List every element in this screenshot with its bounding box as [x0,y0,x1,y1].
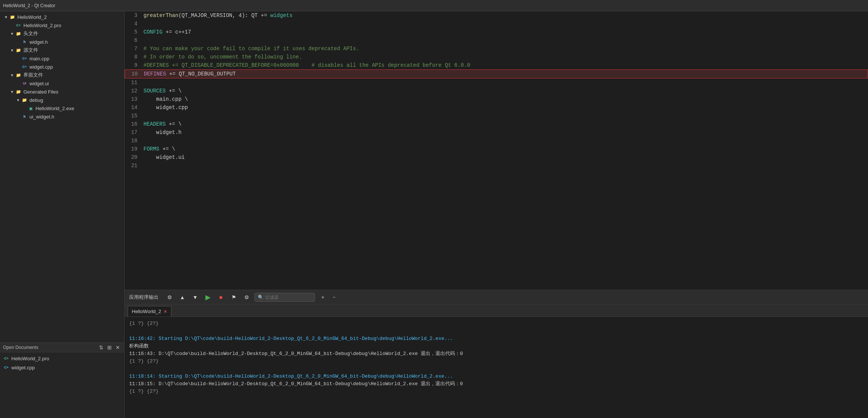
output-line-2: {1 ?} {2?} [129,358,863,365]
open-doc-widget-cpp[interactable]: C+ widget.cpp [0,363,124,372]
open-docs-up-icon[interactable]: ⇅ [98,344,105,350]
line-num-15: 15 [125,112,143,120]
tree-item-debug-folder[interactable]: 📁 debug [0,96,124,104]
output-toolbar: 应用程序输出 ⚙ ▲ ▼ ▶ ■ ⚑ ⚙ 🔍 ＋ － [125,290,868,304]
folder-icon-generated: 📁 [15,88,22,95]
cpp-icon-widget: C+ [21,63,28,70]
toolbar-plus-minus: ＋ － [318,292,339,302]
line-content-12: SOURCES += \ [143,87,868,95]
widget-h-label: widget.h [29,39,48,45]
tree-item-widget-h[interactable]: h widget.h [0,38,124,46]
tree-item-project-root[interactable]: 📁 HelloWorld_2 [0,13,124,21]
tree-item-ui-widget-h[interactable]: h ui_widget.h [0,112,124,121]
h-icon-ui-widget: h [21,113,28,120]
h-file-icon: h [21,38,28,45]
output-line-start-1: 11:16:42: Starting D:\QT\code\build-Hell… [129,335,863,343]
title-bar-text: HelloWorld_2 - Qt Creator [3,3,56,8]
tree-item-sources-folder[interactable]: 📁 源文件 [0,46,124,54]
toolbar-btn-add[interactable]: ＋ [318,292,328,302]
line-content-14: widget.cpp [143,103,868,112]
project-root-label: HelloWorld_2 [17,14,47,20]
output-tab-close-icon[interactable]: ✕ [163,309,167,314]
line-content-19: FORMS += \ [143,145,868,153]
tree-item-headers-folder[interactable]: 📁 头文件 [0,29,124,38]
open-docs-header-left: Open Documents [3,345,38,350]
line-content-15 [143,112,868,120]
line-content-17: widget.h [143,128,868,137]
code-line-11: 11 [125,78,868,87]
output-line-3: {1 ?} {2?} [129,388,863,395]
line-num-10: 10 [125,70,144,78]
code-line-6: 6 [125,36,868,45]
code-line-15: 15 [125,112,868,120]
toolbar-btn-debug[interactable]: ⚑ [229,292,239,302]
code-line-19: 19 FORMS += \ [125,145,868,153]
line-content-4 [143,20,868,28]
code-line-18: 18 [125,137,868,145]
code-line-5: 5 CONFIG += c++17 [125,28,868,36]
folder-icon-headers: 📁 [15,30,22,37]
output-line-start-2: 11:18:14: Starting D:\QT\code\build-Hell… [129,373,863,380]
line-content-13: main.cpp \ [143,95,868,103]
line-content-8: # In order to do so, uncomment the follo… [143,53,868,61]
tree-item-exe[interactable]: ▣ HelloWorld_2.exe [0,104,124,112]
project-tree: 📁 HelloWorld_2 C+ HelloWorld_2.pro 📁 头文件 [0,11,124,343]
code-line-4: 4 [125,20,868,28]
output-search-input[interactable] [265,295,310,300]
line-num-13: 13 [125,95,143,103]
toolbar-btn-run[interactable]: ▶ [203,292,213,302]
code-line-20: 20 widget.ui [125,153,868,161]
tree-item-pro-file[interactable]: C+ HelloWorld_2.pro [0,21,124,29]
folder-icon-sources: 📁 [15,47,22,54]
line-content-7: # You can make your code fail to compile… [143,45,868,53]
line-num-8: 8 [125,53,143,61]
line-num-11: 11 [125,78,143,87]
toolbar-btn-stop[interactable]: ■ [216,292,226,302]
output-tab-helloworld[interactable]: HelloWorld_2 ✕ [128,306,171,317]
folder-icon-forms: 📁 [15,72,22,78]
line-content-20: widget.ui [143,153,868,161]
open-docs-title: Open Documents [3,345,38,350]
arrow-sources [9,47,15,53]
toolbar-btn-settings[interactable]: ⚙ [242,292,251,302]
output-content[interactable]: {1 ?} {2?} 11:16:42: Starting D:\QT\code… [125,317,868,418]
code-editor[interactable]: 3 greaterThan(QT_MAJOR_VERSION, 4): QT +… [125,11,868,290]
line-num-3: 3 [125,11,143,20]
ui-icon-widget: UI [21,80,28,87]
headers-folder-label: 头文件 [23,30,38,37]
tree-item-widget-ui[interactable]: UI widget.ui [0,79,124,88]
line-num-14: 14 [125,103,143,112]
tree-item-forms-folder[interactable]: 📁 界面文件 [0,71,124,79]
code-line-13: 13 main.cpp \ [125,95,868,103]
tree-item-generated-files[interactable]: 📁 Generated Files [0,88,124,96]
output-tabs: HelloWorld_2 ✕ [125,304,868,317]
toolbar-btn-process[interactable]: ⚙ [165,292,174,302]
code-line-7: 7 # You can make your code fail to compi… [125,45,868,53]
toolbar-btn-down[interactable]: ▼ [190,292,200,302]
line-content-5: CONFIG += c++17 [143,28,868,36]
line-content-16: HEADERS += \ [143,120,868,128]
code-line-12: 12 SOURCES += \ [125,87,868,95]
exe-icon: ▣ [27,105,34,112]
main-area: 📁 HelloWorld_2 C+ HelloWorld_2.pro 📁 头文件 [0,11,868,418]
line-content-11 [143,78,868,87]
toolbar-btn-remove[interactable]: － [329,292,339,302]
line-num-18: 18 [125,137,143,145]
output-line-1: {1 ?} {2?} [129,320,863,327]
output-search-box[interactable]: 🔍 [254,293,315,302]
generated-files-label: Generated Files [23,89,59,95]
open-doc-widget-cpp-label: widget.cpp [11,365,35,370]
search-icon: 🔍 [258,295,264,300]
title-bar: HelloWorld_2 - Qt Creator [0,0,868,11]
tree-item-main-cpp[interactable]: C+ main.cpp [0,54,124,63]
open-docs-close-icon[interactable]: ✕ [114,344,121,350]
open-docs-controls: ⇅ ⊞ ✕ [98,344,121,350]
open-docs-add-icon[interactable]: ⊞ [106,344,113,350]
toolbar-btn-up[interactable]: ▲ [177,292,187,302]
code-line-16: 16 HEADERS += \ [125,120,868,128]
line-content-18 [143,137,868,145]
output-line-exit-2: 11:18:15: D:\QT\code\build-HelloWorld_2-… [129,380,863,388]
tree-item-widget-cpp[interactable]: C+ widget.cpp [0,63,124,71]
code-line-8: 8 # In order to do so, uncomment the fol… [125,53,868,61]
open-doc-pro[interactable]: C+ HelloWorld_2.pro [0,354,124,363]
